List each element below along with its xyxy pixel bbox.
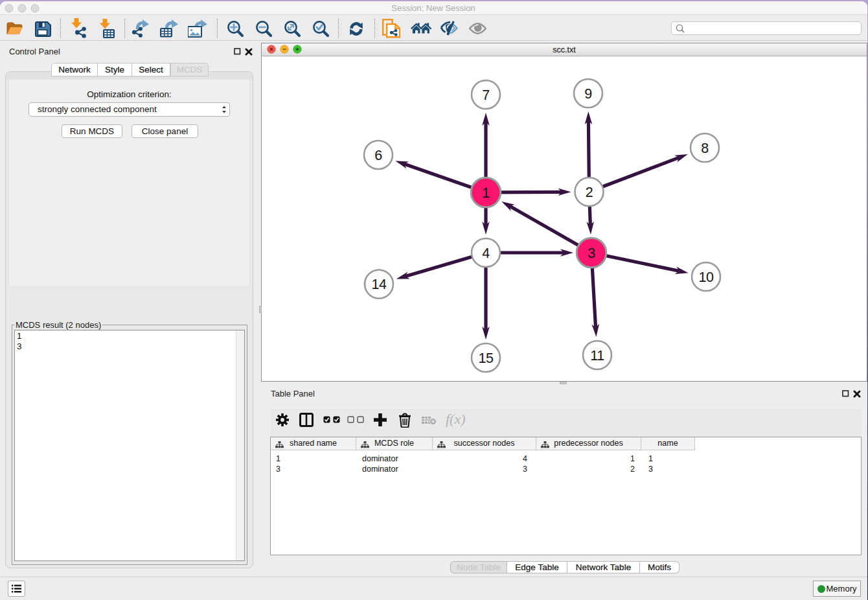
svg-text:4: 4 bbox=[482, 246, 490, 261]
svg-text:15: 15 bbox=[479, 351, 494, 366]
svg-text:7: 7 bbox=[482, 87, 489, 103]
svg-text:11: 11 bbox=[590, 348, 604, 363]
svg-text:9: 9 bbox=[584, 86, 591, 102]
svg-text:1: 1 bbox=[482, 185, 489, 201]
svg-text:10: 10 bbox=[699, 270, 714, 285]
svg-text:6: 6 bbox=[374, 148, 382, 163]
svg-text:3: 3 bbox=[588, 246, 595, 261]
svg-text:14: 14 bbox=[372, 277, 387, 292]
svg-text:8: 8 bbox=[701, 141, 709, 156]
svg-text:2: 2 bbox=[586, 185, 593, 200]
